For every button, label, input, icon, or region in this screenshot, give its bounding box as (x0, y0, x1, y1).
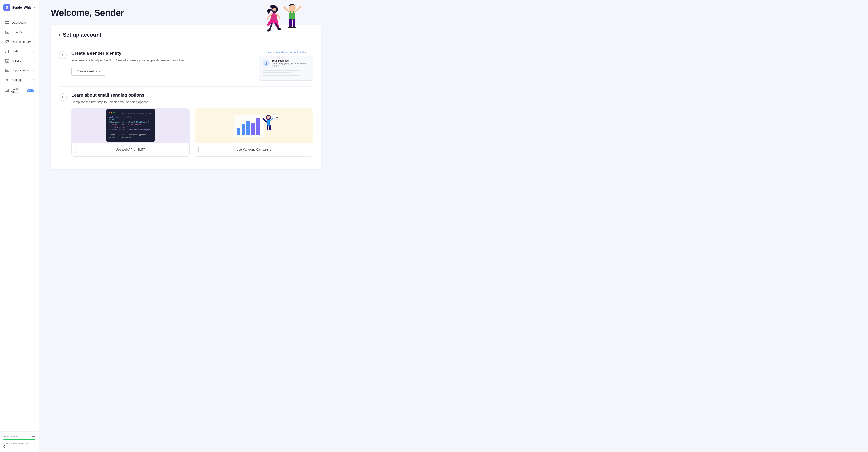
sidebar-item-activity[interactable]: Activity (1, 56, 37, 65)
svg-rect-25 (291, 11, 293, 13)
step-2-content: Learn about email sending options Comple… (71, 93, 313, 157)
step-2-description: Complete the first step to unlock email … (71, 100, 313, 104)
use-web-api-button[interactable]: Use Web API or SMTP (75, 146, 186, 154)
use-marketing-button[interactable]: Use Marketing Campaigns (198, 146, 309, 154)
new-badge: NEW (27, 89, 34, 92)
svg-point-6 (7, 40, 8, 42)
preview-lines (263, 70, 309, 76)
stats-label: Stats (12, 50, 18, 53)
svg-point-27 (299, 6, 301, 8)
sidebar-item-dashboard[interactable]: Dashboard (1, 18, 37, 27)
setup-card: ▾ Set up account 1 Create a sender ident… (51, 25, 321, 169)
reputation-label: REPUTATION 100% (3, 435, 35, 438)
svg-rect-37 (251, 123, 255, 135)
svg-point-16 (6, 90, 6, 91)
preview-to: to me ▾ (272, 65, 309, 67)
web-api-label-row: Use Web API or SMTP (71, 143, 190, 157)
svg-rect-35 (242, 124, 245, 135)
setup-title: Set up account (63, 32, 101, 38)
stats-chevron-icon: ▾ (33, 50, 34, 53)
svg-point-5 (6, 40, 7, 42)
svg-rect-2 (5, 23, 7, 25)
learn-more-link[interactable]: Learn more about sender identity (259, 51, 313, 54)
sidebar: S Sender Whiz ▾ Dashboard E (0, 0, 39, 452)
svg-rect-28 (289, 19, 292, 27)
reputation-fill (3, 439, 35, 440)
design-library-icon (5, 40, 9, 44)
sidebar-item-twilio-sms[interactable]: Twilio SMS NEW (1, 85, 37, 97)
app-name: Sender Whiz (12, 6, 31, 9)
preview-avatar (263, 60, 270, 67)
svg-point-14 (7, 79, 8, 80)
sidebar-item-settings[interactable]: Settings ▾ (1, 75, 37, 85)
logo-chevron-icon: ▾ (34, 6, 35, 9)
hero-illustration (252, 3, 306, 42)
reputation-value: 100% (29, 435, 35, 438)
svg-text:Delivered: Delivered (275, 116, 278, 119)
step-2-number: 2 (59, 93, 66, 101)
create-identity-label: Create identity → (76, 69, 101, 73)
twilio-sms-label: Twilio SMS (11, 87, 24, 94)
create-identity-button[interactable]: Create identity → (71, 67, 106, 76)
reputation-bar (3, 439, 35, 440)
twilio-sms-icon (5, 89, 9, 93)
svg-point-7 (6, 42, 8, 43)
svg-point-26 (283, 6, 286, 9)
suppressions-label: Suppressions (12, 69, 30, 72)
step-1-content: Create a sender identity Your sender ide… (71, 51, 254, 76)
svg-rect-3 (7, 23, 9, 25)
svg-rect-42 (267, 125, 268, 130)
step-1-title: Create a sender identity (71, 51, 254, 56)
svg-point-31 (292, 26, 296, 28)
sidebar-footer: REPUTATION 100% EMAILS THIS MONTH 0 (0, 431, 39, 452)
svg-rect-10 (8, 50, 8, 53)
activity-icon (5, 59, 9, 63)
preview-from-name: Your Business <jane.doe@your_business.co… (272, 59, 309, 65)
options-grid: curl node.js ruby python go php java c# … (71, 108, 313, 157)
svg-rect-4 (5, 31, 9, 33)
emails-section: EMAILS THIS MONTH 0 (3, 442, 35, 449)
app-logo[interactable]: S Sender Whiz ▾ (0, 0, 39, 15)
marketing-preview: Delivered (195, 108, 313, 143)
svg-rect-41 (267, 120, 271, 126)
settings-label: Settings (12, 78, 22, 82)
welcome-header: Welcome, Sender (51, 8, 321, 18)
step-2-title: Learn about email sending options (71, 93, 313, 98)
svg-rect-43 (270, 125, 271, 130)
svg-point-18 (7, 90, 8, 91)
preview-email-header: Your Business <jane.doe@your_business.co… (263, 59, 309, 67)
web-api-preview: curl node.js ruby python go php java c# … (71, 108, 190, 143)
preview-line-1 (263, 70, 300, 71)
svg-rect-8 (5, 52, 6, 53)
step-2-row: 2 Learn about email sending options Comp… (59, 87, 313, 162)
svg-rect-9 (7, 51, 7, 53)
sidebar-item-stats[interactable]: Stats ▾ (1, 47, 37, 56)
main-content: Welcome, Sender (39, 0, 868, 452)
sidebar-item-suppressions[interactable]: Suppressions ▾ (1, 66, 37, 75)
settings-icon (5, 78, 9, 82)
marketing-option-card[interactable]: Delivered Use Marketing Campaigns (195, 108, 313, 157)
sidebar-item-design-library[interactable]: Design Library (1, 37, 37, 46)
step-1-row: 1 Create a sender identity Your sender i… (59, 45, 313, 87)
sidebar-nav: Dashboard Email API ▾ Design Library (0, 15, 39, 431)
sidebar-item-email-api[interactable]: Email API ▾ (1, 28, 37, 37)
svg-point-17 (7, 90, 7, 91)
email-api-icon (5, 30, 9, 34)
dashboard-label: Dashboard (12, 21, 26, 25)
reputation-section: REPUTATION 100% (3, 435, 35, 440)
step-1-description: Your sender identity is the "from" email… (71, 58, 254, 63)
suppressions-icon (5, 68, 9, 72)
step-1-preview: Learn more about sender identity Your Bu… (259, 51, 313, 80)
email-api-label: Email API (12, 31, 25, 34)
email-api-chevron-icon: ▾ (33, 31, 34, 33)
web-api-option-card[interactable]: curl node.js ruby python go php java c# … (71, 108, 190, 157)
marketing-label-row: Use Marketing Campaigns (195, 143, 313, 157)
preview-email-card: Your Business <jane.doe@your_business.co… (259, 56, 313, 80)
emails-label: EMAILS THIS MONTH (3, 442, 35, 445)
svg-rect-1 (7, 21, 9, 23)
settings-chevron-icon: ▾ (33, 79, 34, 81)
step-1-number: 1 (59, 51, 66, 59)
svg-point-32 (266, 62, 267, 64)
svg-rect-38 (256, 118, 260, 135)
activity-label: Activity (12, 59, 21, 63)
